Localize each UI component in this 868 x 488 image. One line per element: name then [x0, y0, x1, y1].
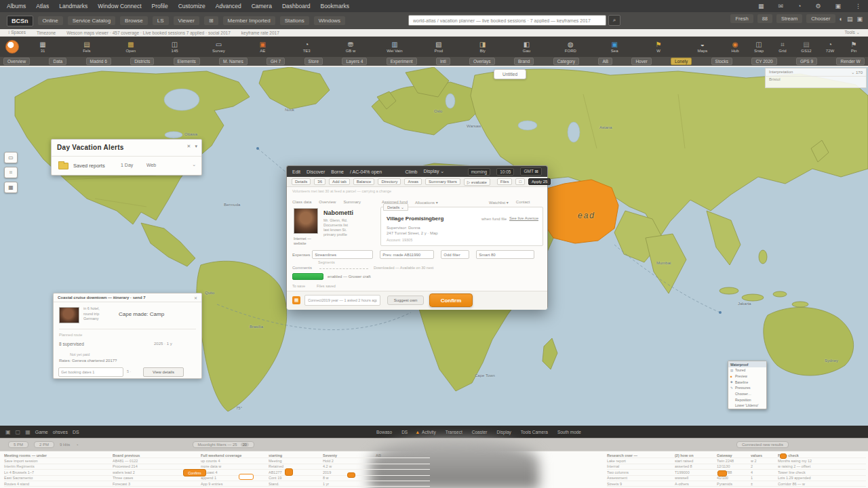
- quick-button[interactable]: Store: [304, 58, 323, 65]
- ribbon-right-tool-button[interactable]: ◉ Hub: [726, 41, 744, 53]
- route-node[interactable]: [719, 311, 722, 314]
- ribbon-right-tool-button[interactable]: ▤ GS12: [797, 41, 815, 53]
- dialog-tab-label[interactable]: Class data: [292, 200, 311, 204]
- field-input[interactable]: [382, 253, 431, 257]
- filter-pill[interactable]: Moonlight filters — 25 20: [193, 441, 254, 448]
- quick-button[interactable]: Overlays: [469, 58, 495, 65]
- app-ribbon-logo-icon[interactable]: [5, 40, 19, 54]
- appbar-button[interactable]: Browse: [120, 16, 148, 25]
- sheet-action-pill[interactable]: [717, 470, 727, 476]
- map-control-button[interactable]: ⌗: [4, 167, 18, 178]
- context-menu-item[interactable]: ✎ Pressures: [728, 385, 766, 391]
- ribbon-tool-button[interactable]: ◔ TE3: [298, 41, 315, 53]
- column-header[interactable]: AB: [376, 453, 423, 458]
- context-menu-item[interactable]: Lower 'Lildemo': [728, 403, 766, 409]
- menu-item[interactable]: Customize: [178, 3, 205, 9]
- see-live-link[interactable]: See live Avenue: [509, 216, 538, 220]
- dialog-title-control[interactable]: morning: [468, 168, 490, 176]
- app-logo[interactable]: BCSn: [7, 16, 33, 26]
- footer-comment-input[interactable]: [304, 295, 380, 306]
- quick-button[interactable]: Madrid 6: [86, 58, 111, 65]
- ribbon-right-tool-button[interactable]: ⚑ Pin: [845, 41, 863, 53]
- menubar-icon[interactable]: ▦: [758, 3, 764, 9]
- route-node[interactable]: [256, 147, 259, 150]
- column-header[interactable]: (2) how on: [675, 453, 717, 458]
- ribbon-tool-button[interactable]: ⛃ GB w: [342, 41, 359, 53]
- overlay-line1-value[interactable]: ⌄ 170: [851, 70, 863, 75]
- appbar-button[interactable]: Member Imported: [223, 16, 275, 25]
- appbar-right-button[interactable]: 88: [757, 14, 772, 23]
- confirm-button[interactable]: Confirm: [429, 293, 473, 307]
- dialog-menu-item[interactable]: Borne: [331, 169, 344, 174]
- menubar-icon[interactable]: ▣: [835, 3, 841, 9]
- dialog-toolbar-chip[interactable]: Directory: [378, 178, 401, 185]
- files-chip[interactable]: Files: [497, 178, 513, 185]
- card-details-tab[interactable]: Details ⌄: [383, 203, 408, 211]
- statusbar-icon[interactable]: ▦: [25, 429, 31, 435]
- appbar-button[interactable]: ⊞: [204, 16, 218, 25]
- breadcrumb-item[interactable]: ⟟ Spaces: [8, 30, 26, 35]
- appbar-right-button[interactable]: Stream: [776, 14, 802, 23]
- view-details-button[interactable]: View details: [143, 367, 184, 377]
- close-icon[interactable]: ✕: [194, 296, 197, 300]
- statusbar-right-item[interactable]: Display: [495, 430, 511, 434]
- statusbar-right-item[interactable]: Transect: [443, 430, 462, 434]
- region-central-america[interactable]: [141, 223, 195, 266]
- table-row[interactable]: Streets 9 A-others Pyramids ± Corridor 8…: [607, 481, 866, 487]
- appbar-right-icon[interactable]: ◐: [840, 16, 843, 22]
- ribbon-right-tool-button[interactable]: ◔ 72W: [821, 41, 839, 53]
- map-control-button[interactable]: ▦: [4, 182, 18, 193]
- scrubber-icon[interactable]: ◔: [75, 443, 78, 447]
- dialog-tab-label[interactable]: Allocations ▾: [415, 200, 438, 205]
- quick-button[interactable]: Stocks: [711, 58, 733, 65]
- address-search-input[interactable]: [408, 15, 606, 26]
- context-menu-item[interactable]: Chooser…: [728, 391, 766, 397]
- ribbon-tool-button[interactable]: ▤ Fels: [78, 41, 96, 53]
- ribbon-tool-button[interactable]: ▧ Prod: [430, 41, 448, 53]
- dialog-menu-item[interactable]: / AC-04% open: [350, 169, 382, 174]
- ribbon-tool-button[interactable]: ◨ Bly: [474, 41, 492, 53]
- appbar-button[interactable]: Viewer: [174, 16, 199, 25]
- quick-button[interactable]: Category: [553, 58, 579, 65]
- statusbar-item[interactable]: ohsves: [53, 430, 68, 434]
- dialog-menu-item[interactable]: Edit: [292, 169, 300, 174]
- column-header[interactable]: Research over —: [607, 453, 675, 458]
- chevron-down-icon[interactable]: ⌄: [192, 162, 196, 167]
- ribbon-tool-button[interactable]: ◧ Gau: [517, 41, 535, 53]
- table-row[interactable]: Ln 4 Brussels 1–7 wafers lead 2 At coast…: [4, 470, 430, 475]
- menu-item[interactable]: Albums: [7, 3, 26, 9]
- profile-website-link[interactable]: Internet — website: [294, 237, 322, 245]
- dialog-title-bar[interactable]: EditDiscoverBorne/ AC-04% open ClimbDisp…: [287, 166, 547, 177]
- statusbar-right-item[interactable]: ▲ Activity: [415, 430, 436, 434]
- context-menu-item[interactable]: ◆ Baseline: [728, 379, 766, 385]
- table-row[interactable]: Routes 4 stand Forecast 3 App 9 entries …: [4, 481, 430, 487]
- results-pill[interactable]: Connected new results: [736, 441, 789, 448]
- statusbar-item[interactable]: DS: [73, 430, 79, 434]
- quick-button[interactable]: AB: [598, 58, 612, 65]
- ribbon-tool-button[interactable]: ▭ Survey: [210, 41, 227, 53]
- sheet-action-pill[interactable]: [780, 453, 787, 459]
- map-tooltip[interactable]: Untitled: [494, 69, 526, 79]
- menu-item[interactable]: Bookmarks: [320, 3, 349, 9]
- island-indonesia-2[interactable]: [742, 294, 764, 301]
- breadcrumb-tools[interactable]: Tools ⌄: [845, 30, 860, 35]
- menubar-icon[interactable]: ⋮: [855, 3, 861, 9]
- dialog-tab-label[interactable]: Summary: [343, 200, 361, 204]
- quick-button[interactable]: Lonely: [671, 58, 692, 65]
- dialog-title-control[interactable]: 10:05: [496, 168, 514, 176]
- breadcrumb-item[interactable]: keyframe rate 2017: [241, 30, 279, 35]
- dialog-toolbar-chip[interactable]: ▷ evaluate: [464, 178, 490, 186]
- ribbon-right-tool-button[interactable]: ⌗ Grid: [774, 41, 791, 53]
- dialog-toolbar-chip[interactable]: Balance: [353, 178, 375, 185]
- context-menu-item[interactable]: ■ Preview: [728, 373, 766, 380]
- field-input[interactable]: [443, 253, 467, 257]
- appbar-right-button[interactable]: Chooser: [806, 14, 835, 23]
- island-indonesia-1[interactable]: [719, 287, 738, 294]
- appbar-right-icon[interactable]: ▤: [847, 16, 853, 22]
- quick-button[interactable]: Data: [49, 58, 66, 65]
- suggest-button[interactable]: Suggest own: [387, 296, 424, 305]
- quick-button[interactable]: CY 2020: [751, 58, 776, 65]
- menubar-icon[interactable]: ✉: [778, 3, 783, 9]
- ribbon-tool-button[interactable]: ▣ AE: [254, 41, 271, 53]
- alert-row[interactable]: Saved reports 1 Day Web ⌄: [52, 156, 201, 176]
